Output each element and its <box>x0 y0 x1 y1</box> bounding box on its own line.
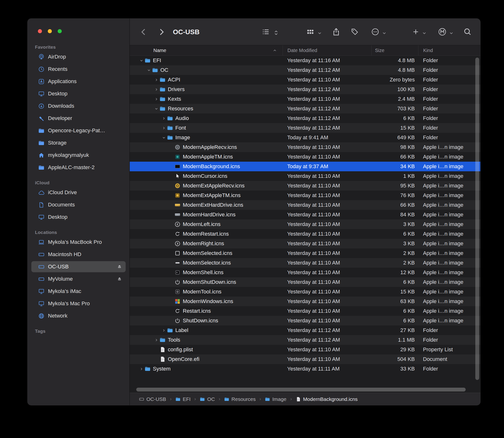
file-row[interactable]: config.plist Yesterday at 11:10 AM 29 KB… <box>130 345 480 354</box>
file-row[interactable]: ModernBackground.icns Today at 9:37 AM 3… <box>130 162 480 171</box>
file-row[interactable]: ModernRestart.icns Yesterday at 11:10 AM… <box>130 229 480 239</box>
column-header-kind[interactable]: Kind <box>418 45 480 55</box>
disclosure-triangle-icon[interactable] <box>138 58 144 64</box>
vertical-scrollbar-thumb[interactable] <box>475 58 479 380</box>
sidebar-section-title: iCloud <box>35 180 129 186</box>
sidebar-item-desktop[interactable]: Desktop <box>31 211 126 223</box>
file-row[interactable]: ModernShell.icns Yesterday at 11:10 AM 1… <box>130 268 480 277</box>
file-row[interactable]: Kexts Yesterday at 11:10 AM 2.4 MB Folde… <box>130 94 480 104</box>
sidebar-item-applications[interactable]: Applications <box>31 76 126 87</box>
disclosure-triangle-icon[interactable] <box>161 135 167 141</box>
breadcrumb-item-oc-usb[interactable]: OC-USB <box>139 396 166 402</box>
view-mode-button[interactable] <box>262 28 270 36</box>
disclosure-triangle-icon[interactable] <box>153 77 160 83</box>
breadcrumb-item-oc[interactable]: OC <box>200 396 215 402</box>
sidebar-item-downloads[interactable]: Downloads <box>31 100 126 111</box>
sidebar-item-mykola-s-macbook-pro[interactable]: Mykola’s MacBook Pro <box>31 237 126 248</box>
disclosure-triangle-icon[interactable] <box>153 96 160 102</box>
file-row[interactable]: OpenCore.efi Yesterday at 11:10 AM 504 K… <box>130 354 480 364</box>
applications-icon <box>38 78 45 85</box>
file-row[interactable]: ModernExtHardDrive.icns Yesterday at 11:… <box>130 200 480 210</box>
disclosure-triangle-icon[interactable] <box>153 87 160 93</box>
file-row[interactable]: ACPI Yesterday at 11:10 AM Zero bytes Fo… <box>130 75 480 85</box>
sidebar-item-applealc-master-2[interactable]: AppleALC-master-2 <box>31 162 126 173</box>
eject-button[interactable] <box>117 276 122 282</box>
zoom-button[interactable] <box>58 29 62 33</box>
file-row[interactable]: EFI Yesterday at 11:16 AM 4.8 MB Folder <box>130 56 480 65</box>
sidebar-item-macintosh-hd[interactable]: Macintosh HD <box>31 249 126 260</box>
more-actions-button[interactable] <box>371 28 379 36</box>
file-row[interactable]: ModernTool.icns Yesterday at 11:10 AM 15… <box>130 287 480 296</box>
eject-button[interactable] <box>117 264 122 270</box>
share-button[interactable] <box>332 27 341 36</box>
sidebar-item-opencore-legacy-pat[interactable]: Opencore-Legacy-Pat… <box>31 125 126 136</box>
new-item-button[interactable] <box>412 28 419 35</box>
close-button[interactable] <box>38 29 42 33</box>
file-size: 76 KB <box>371 192 418 198</box>
file-row[interactable]: ModernExtAppleTM.icns Yesterday at 11:10… <box>130 191 480 200</box>
file-row[interactable]: System Yesterday at 11:11 AM 33 KB Folde… <box>130 364 480 374</box>
file-row[interactable]: ModernCursor.icns Yesterday at 11:10 AM … <box>130 171 480 181</box>
sidebar-item-myvolume[interactable]: MyVolume <box>31 274 126 285</box>
file-row[interactable]: Resources Yesterday at 11:12 AM 703 KB F… <box>130 104 480 113</box>
sidebar-item-mykolagrymalyuk[interactable]: mykolagrymalyuk <box>31 150 126 161</box>
sidebar-item-mykola-s-mac-pro[interactable]: Mykola’s Mac Pro <box>31 298 126 309</box>
disclosure-triangle-icon[interactable] <box>138 366 144 372</box>
group-button[interactable] <box>306 28 314 36</box>
breadcrumb-item-resources[interactable]: Resources <box>224 396 256 402</box>
sidebar-item-oc-usb[interactable]: OC-USB <box>31 261 126 272</box>
file-row[interactable]: Audio Yesterday at 11:12 AM 6 KB Folder <box>130 113 480 123</box>
file-row[interactable]: ShutDown.icns Yesterday at 11:10 AM 6 KB… <box>130 316 480 326</box>
forward-button[interactable] <box>157 28 165 36</box>
file-row[interactable]: ModernExtAppleRecv.icns Yesterday at 11:… <box>130 181 480 191</box>
file-row[interactable]: Image Today at 9:41 AM 649 KB Folder <box>130 133 480 142</box>
account-button[interactable] <box>438 27 447 36</box>
disclosure-triangle-icon[interactable] <box>153 337 160 343</box>
horizontal-scrollbar-thumb[interactable] <box>136 388 466 392</box>
back-button[interactable] <box>140 28 148 36</box>
file-row[interactable]: ModernShutDown.icns Yesterday at 11:10 A… <box>130 277 480 287</box>
sidebar-item-storage[interactable]: Storage <box>31 137 126 148</box>
file-row[interactable]: ModernRight.icns Yesterday at 11:10 AM 3… <box>130 239 480 248</box>
sidebar-item-icloud-drive[interactable]: iCloud Drive <box>31 187 126 198</box>
sidebar-item-airdrop[interactable]: AirDrop <box>31 51 126 62</box>
file-name-cell: OpenCore.efi <box>130 356 283 362</box>
file-row[interactable]: ModernWindows.icns Yesterday at 11:10 AM… <box>130 296 480 306</box>
file-row[interactable]: OC Yesterday at 11:12 AM 4.8 MB Folder <box>130 65 480 75</box>
minimize-button[interactable] <box>48 29 52 33</box>
disclosure-triangle-icon[interactable] <box>161 125 167 131</box>
globe-icon <box>38 313 45 319</box>
tags-button[interactable] <box>351 28 359 36</box>
file-row[interactable]: ModernSelected.icns Yesterday at 11:10 A… <box>130 248 480 258</box>
file-row[interactable]: Drivers Yesterday at 11:12 AM 100 KB Fol… <box>130 85 480 94</box>
file-row[interactable]: Tools Yesterday at 11:12 AM 1.1 MB Folde… <box>130 335 480 345</box>
file-row[interactable]: ModernAppleTM.icns Yesterday at 11:10 AM… <box>130 152 480 162</box>
file-row[interactable]: Font Yesterday at 11:12 AM 15 KB Folder <box>130 123 480 133</box>
file-row[interactable]: ModernSelector.icns Yesterday at 11:10 A… <box>130 258 480 268</box>
breadcrumb-item-image[interactable]: Image <box>265 396 286 402</box>
disclosure-triangle-icon[interactable] <box>153 106 160 112</box>
breadcrumb-item-modernbackground-icns[interactable]: ModernBackground.icns <box>296 396 358 402</box>
file-row[interactable]: ModernAppleRecv.icns Yesterday at 11:10 … <box>130 142 480 152</box>
sidebar-item-desktop[interactable]: Desktop <box>31 88 126 99</box>
sidebar-item-mykola-s-imac[interactable]: Mykola’s iMac <box>31 286 126 297</box>
column-header-date-modified[interactable]: Date Modified <box>283 45 371 55</box>
file-row[interactable]: ModernHardDrive.icns Yesterday at 11:10 … <box>130 210 480 219</box>
disclosure-triangle-icon[interactable] <box>146 67 152 73</box>
disclosure-triangle-icon <box>168 212 174 218</box>
disclosure-triangle-icon[interactable] <box>161 115 167 121</box>
column-header-size[interactable]: Size <box>371 45 418 55</box>
file-row[interactable]: Label Yesterday at 11:12 AM 27 KB Folder <box>130 326 480 335</box>
sidebar-item-documents[interactable]: Documents <box>31 199 126 210</box>
disclosure-triangle-icon <box>168 260 174 266</box>
column-header-name[interactable]: Name <box>130 45 283 55</box>
sidebar-item-network[interactable]: Network <box>31 310 126 321</box>
file-row[interactable]: ModernLeft.icns Yesterday at 11:10 AM 3 … <box>130 219 480 229</box>
sidebar-item-developer[interactable]: Developer <box>31 113 126 124</box>
search-button[interactable] <box>463 28 472 36</box>
file-row[interactable]: Restart.icns Yesterday at 11:10 AM 6 KB … <box>130 306 480 316</box>
disclosure-triangle-icon[interactable] <box>161 328 167 333</box>
sidebar-item-recents[interactable]: Recents <box>31 64 126 75</box>
breadcrumb-item-efi[interactable]: EFI <box>175 396 191 402</box>
file-name: Kexts <box>168 96 181 102</box>
